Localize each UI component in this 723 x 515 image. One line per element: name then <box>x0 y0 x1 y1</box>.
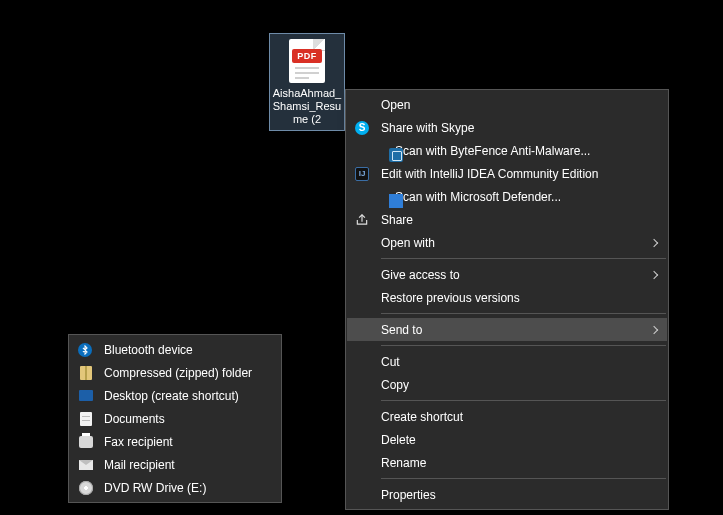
menu-properties-label: Properties <box>381 488 641 502</box>
sendto-dvd[interactable]: DVD RW Drive (E:) <box>70 476 280 499</box>
chevron-right-icon <box>650 270 658 278</box>
menu-share[interactable]: Share <box>347 208 667 231</box>
menu-open-with-label: Open with <box>381 236 641 250</box>
menu-bytefence[interactable]: Scan with ByteFence Anti-Malware... <box>347 139 667 162</box>
menu-share-label: Share <box>381 213 641 227</box>
bluetooth-icon <box>78 343 92 357</box>
sendto-mail-label: Mail recipient <box>104 458 254 472</box>
chevron-right-icon <box>650 325 658 333</box>
menu-open-label: Open <box>381 98 641 112</box>
desktop-icon <box>79 390 93 401</box>
menu-intellij[interactable]: IJ Edit with IntelliJ IDEA Community Edi… <box>347 162 667 185</box>
menu-restore[interactable]: Restore previous versions <box>347 286 667 309</box>
documents-icon <box>80 412 92 426</box>
sendto-bluetooth-label: Bluetooth device <box>104 343 254 357</box>
menu-shortcut-label: Create shortcut <box>381 410 641 424</box>
menu-send-to-label: Send to <box>381 323 641 337</box>
menu-share-skype[interactable]: S Share with Skype <box>347 116 667 139</box>
separator <box>381 313 666 314</box>
menu-create-shortcut[interactable]: Create shortcut <box>347 405 667 428</box>
menu-send-to[interactable]: Send to <box>347 318 667 341</box>
pdf-badge: PDF <box>292 49 322 63</box>
menu-open[interactable]: Open <box>347 93 667 116</box>
dvd-icon <box>79 481 93 495</box>
separator <box>381 345 666 346</box>
menu-bytefence-label: Scan with ByteFence Anti-Malware... <box>395 144 641 158</box>
menu-rename-label: Rename <box>381 456 641 470</box>
menu-defender[interactable]: Scan with Microsoft Defender... <box>347 185 667 208</box>
sendto-desktop[interactable]: Desktop (create shortcut) <box>70 384 280 407</box>
bytefence-icon <box>389 148 403 162</box>
defender-icon <box>389 194 403 208</box>
menu-properties[interactable]: Properties <box>347 483 667 506</box>
sendto-zip[interactable]: Compressed (zipped) folder <box>70 361 280 384</box>
menu-intellij-label: Edit with IntelliJ IDEA Community Editio… <box>381 167 641 181</box>
share-icon <box>355 213 369 227</box>
menu-rename[interactable]: Rename <box>347 451 667 474</box>
menu-delete[interactable]: Delete <box>347 428 667 451</box>
fax-icon <box>79 436 93 448</box>
skype-icon: S <box>355 121 369 135</box>
sendto-desktop-label: Desktop (create shortcut) <box>104 389 254 403</box>
sendto-submenu: Bluetooth device Compressed (zipped) fol… <box>68 334 282 503</box>
file-label: AishaAhmad_Shamsi_Resume (2 <box>272 87 342 126</box>
file-item[interactable]: PDF AishaAhmad_Shamsi_Resume (2 <box>269 33 345 131</box>
chevron-right-icon <box>650 238 658 246</box>
context-menu: Open S Share with Skype Scan with ByteFe… <box>345 89 669 510</box>
intellij-icon: IJ <box>355 167 369 181</box>
menu-give-access[interactable]: Give access to <box>347 263 667 286</box>
desktop[interactable]: PDF AishaAhmad_Shamsi_Resume (2 Open S S… <box>0 0 723 515</box>
menu-share-skype-label: Share with Skype <box>381 121 641 135</box>
sendto-zip-label: Compressed (zipped) folder <box>104 366 254 380</box>
sendto-dvd-label: DVD RW Drive (E:) <box>104 481 254 495</box>
mail-icon <box>79 460 93 470</box>
menu-cut[interactable]: Cut <box>347 350 667 373</box>
zip-icon <box>80 366 92 380</box>
pdf-file-icon: PDF <box>289 39 325 83</box>
sendto-documents[interactable]: Documents <box>70 407 280 430</box>
menu-cut-label: Cut <box>381 355 641 369</box>
sendto-mail[interactable]: Mail recipient <box>70 453 280 476</box>
menu-open-with[interactable]: Open with <box>347 231 667 254</box>
sendto-bluetooth[interactable]: Bluetooth device <box>70 338 280 361</box>
menu-delete-label: Delete <box>381 433 641 447</box>
menu-give-access-label: Give access to <box>381 268 641 282</box>
sendto-documents-label: Documents <box>104 412 254 426</box>
separator <box>381 478 666 479</box>
menu-defender-label: Scan with Microsoft Defender... <box>395 190 641 204</box>
separator <box>381 400 666 401</box>
sendto-fax[interactable]: Fax recipient <box>70 430 280 453</box>
sendto-fax-label: Fax recipient <box>104 435 254 449</box>
menu-restore-label: Restore previous versions <box>381 291 641 305</box>
menu-copy-label: Copy <box>381 378 641 392</box>
menu-copy[interactable]: Copy <box>347 373 667 396</box>
separator <box>381 258 666 259</box>
